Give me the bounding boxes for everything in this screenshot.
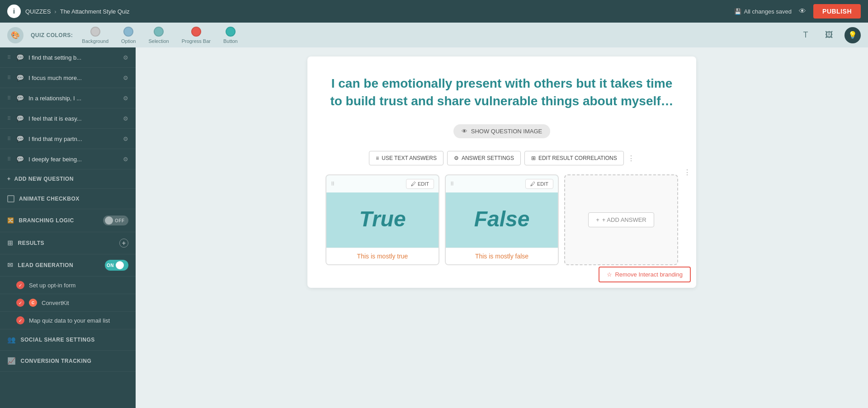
sub-item-map-data[interactable]: ✓ Map quiz data to your email list [0,312,136,329]
edit-result-correlations-button[interactable]: ⊞ EDIT RESULT CORRELATIONS [524,151,624,165]
toggle-label: OFF [115,218,125,223]
toggle-on-label: ON [107,263,114,268]
breadcrumb-child: The Attachment Style Quiz [60,8,130,15]
color-progress-bar[interactable]: Progress Bar [182,27,211,44]
social-share-icon: 👥 [7,336,16,344]
question-icon: 💬 [16,94,24,102]
eye-icon: 👁 [462,128,467,135]
lead-gen-icon: ✉ [7,261,14,269]
drag-handle: ⠿ [7,55,11,61]
animate-checkbox-row[interactable]: ANIMATE CHECKBOX [0,189,136,209]
check-icon-2: ✓ [16,316,24,324]
answer-text-0: True [359,206,406,231]
color-background[interactable]: Background [82,27,108,44]
publish-button[interactable]: PUBLISH [813,4,861,19]
branching-toggle[interactable]: OFF [103,216,128,225]
answer-settings-button[interactable]: ⚙ ANSWER SETTINGS [447,151,521,165]
sub-item-convertkit[interactable]: ✓ C ConvertKit [0,294,136,312]
question-text-2: In a relationship, I ... [28,95,118,102]
plus-icon: + [7,176,11,182]
edit-icon-1: 🖊 [530,181,535,187]
text-format-button[interactable]: T [797,27,814,43]
use-text-answers-button[interactable]: ≡ USE TEXT ANSWERS [369,151,443,165]
question-icon: 💬 [16,155,24,163]
quiz-colors-label: QUIZ COLORS: [31,32,73,38]
sidebar-item-0[interactable]: ⠿ 💬 I find that setting b... ⚙ [0,47,136,68]
gear-icon-1[interactable]: ⚙ [123,75,128,81]
saved-status: 💾 All changes saved [734,8,792,15]
add-answer-card[interactable]: + + ADD ANSWER [564,174,678,265]
gear-icon-4[interactable]: ⚙ [123,136,128,142]
toggle-circle [105,216,113,225]
add-answer-button[interactable]: + + ADD ANSWER [588,212,654,227]
toolbar-more-options[interactable]: ⋮ [627,154,635,163]
gear-icon-5[interactable]: ⚙ [123,156,128,163]
results-section: ⊞ RESULTS + [0,232,136,254]
gear-icon-0[interactable]: ⚙ [123,54,128,61]
logo-icon[interactable]: i [7,5,21,18]
show-question-image-button[interactable]: 👁 SHOW QUESTION IMAGE [453,124,550,138]
option-color-dot[interactable] [123,27,133,37]
check-icon-1: ✓ [16,299,24,307]
edit-answer-0-button[interactable]: 🖊 EDIT [406,179,434,189]
lead-gen-row: ✉ LEAD GENERATION ON [0,254,136,277]
results-icon: ⊞ [7,239,14,247]
right-icons: T 🖼 💡 [797,27,861,43]
social-share-label: SOCIAL SHARE SETTINGS [21,337,95,343]
card-more-options[interactable]: ⋮ [684,168,691,177]
answer-card-0: ⠿ 🖊 EDIT True This is mostly true [326,174,439,265]
background-color-dot[interactable] [90,27,100,37]
breadcrumb-parent[interactable]: QUIZZES [25,8,51,15]
star-icon: ☆ [607,271,612,278]
image-button[interactable]: 🖼 [821,27,837,43]
gear-icon-3[interactable]: ⚙ [123,115,128,122]
settings-icon: ⚙ [454,155,459,161]
sidebar-item-4[interactable]: ⠿ 💬 I find that my partn... ⚙ [0,129,136,149]
results-label: RESULTS [18,240,45,246]
answers-grid: ⠿ 🖊 EDIT True This is mostly true ⠿ [326,174,678,265]
sidebar-item-1[interactable]: ⠿ 💬 I focus much more... ⚙ [0,68,136,88]
branching-icon: 🔀 [7,217,14,224]
question-text-0: I find that setting b... [28,54,118,61]
nav-right: 💾 All changes saved 👁 PUBLISH [734,4,861,19]
sidebar-item-3[interactable]: ⠿ 💬 I feel that it is easy... ⚙ [0,108,136,129]
palette-icon[interactable]: 🎨 [7,27,24,43]
button-color-dot[interactable] [226,27,236,37]
question-text-1: I focus much more... [28,75,118,81]
conversion-tracking-section: 📈 CONVERSION TRACKING [0,351,136,372]
progress-bar-color-dot[interactable] [191,27,201,37]
edit-answer-1-button[interactable]: 🖊 EDIT [525,179,553,189]
color-button[interactable]: Button [223,27,238,44]
question-icon: 💬 [16,54,24,61]
gear-icon-2[interactable]: ⚙ [123,95,128,102]
progress-bar-color-label: Progress Bar [182,38,211,44]
on-circle [116,261,124,269]
plus-icon-answer: + [596,216,599,223]
preview-icon[interactable]: 👁 [799,7,806,15]
conversion-icon: 📈 [7,357,16,365]
drag-handle: ⠿ [7,156,11,162]
sidebar-item-2[interactable]: ⠿ 💬 In a relationship, I ... ⚙ [0,88,136,108]
color-bar: 🎨 QUIZ COLORS: Background Option Selecti… [0,23,868,47]
answer-caption-1: This is mostly false [446,248,558,264]
option-color-label: Option [121,38,136,44]
conversion-tracking-label: CONVERSION TRACKING [21,358,92,364]
lightbulb-button[interactable]: 💡 [844,27,861,43]
color-selection[interactable]: Selection [148,27,169,44]
drag-handle: ⠿ [7,95,11,101]
remove-branding-button[interactable]: ☆ Remove Interact branding [599,267,691,282]
color-items: Background Option Selection Progress Bar… [82,27,237,44]
lead-gen-toggle[interactable]: ON [105,260,128,271]
add-question-button[interactable]: + ADD NEW QUESTION [0,169,136,189]
content-area: ⋮ I can be emotionally present with othe… [136,47,868,408]
sidebar-item-5[interactable]: ⠿ 💬 I deeply fear being... ⚙ [0,149,136,169]
results-add-button[interactable]: + [119,239,128,248]
drag-handle-answer-1[interactable]: ⠿ [450,181,454,187]
color-option[interactable]: Option [121,27,136,44]
selection-color-dot[interactable] [154,27,164,37]
animate-checkbox-input[interactable] [7,195,14,202]
sub-item-opt-in[interactable]: ✓ Set up opt-in form [0,277,136,294]
question-text-5: I deeply fear being... [28,156,118,163]
drag-handle-answer-0[interactable]: ⠿ [331,181,335,187]
background-color-label: Background [82,38,108,44]
